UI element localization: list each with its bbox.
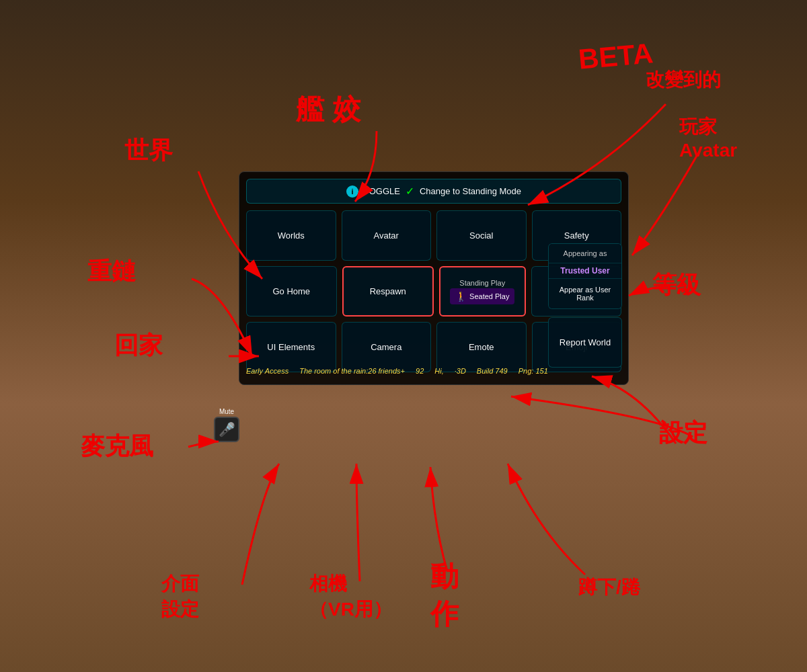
appear-as-user-rank-button[interactable]: Appear as User Rank	[549, 279, 621, 308]
info-icon: i	[346, 185, 358, 198]
checkmark-icon: ✓	[406, 185, 414, 198]
person-icon: 🚶	[455, 291, 467, 302]
social-button[interactable]: Social	[436, 210, 527, 261]
mute-button[interactable]: 🎤	[214, 417, 239, 442]
standing-seated-button[interactable]: Standing Play 🚶 Seated Play	[439, 266, 526, 317]
go-home-button[interactable]: Go Home	[246, 266, 337, 317]
hi-label: Hi,	[434, 367, 443, 375]
appearing-header: Appearing as	[549, 244, 621, 263]
fps-label: 92	[416, 367, 424, 375]
appearing-rank: Trusted User	[549, 263, 621, 279]
toggle-label: TOGGLE	[364, 186, 400, 196]
room-name-label: The room of the rain:26 friends+	[299, 367, 405, 375]
build-label: Build 749	[477, 367, 508, 375]
standing-play-label: Standing Play	[459, 279, 505, 287]
user-id-label: ·3D	[455, 367, 466, 375]
respawn-button[interactable]: Respawn	[342, 266, 434, 317]
png-label: Png: 151	[518, 367, 548, 375]
worlds-button[interactable]: Worlds	[246, 210, 336, 261]
mute-label: Mute	[219, 408, 234, 415]
seated-play-label: 🚶 Seated Play	[450, 288, 514, 304]
appearing-panel: Appearing as Trusted User Appear as User…	[548, 243, 622, 309]
report-world-button[interactable]: Report World	[548, 317, 622, 368]
toggle-mode-text: Change to Standing Mode	[420, 186, 521, 196]
avatar-button[interactable]: Avatar	[342, 210, 432, 261]
microphone-icon: 🎤	[219, 421, 235, 437]
early-access-label: Early Access	[246, 367, 289, 375]
mute-area: Mute 🎤	[214, 408, 239, 442]
toggle-bar[interactable]: i TOGGLE ✓ Change to Standing Mode	[246, 179, 621, 204]
